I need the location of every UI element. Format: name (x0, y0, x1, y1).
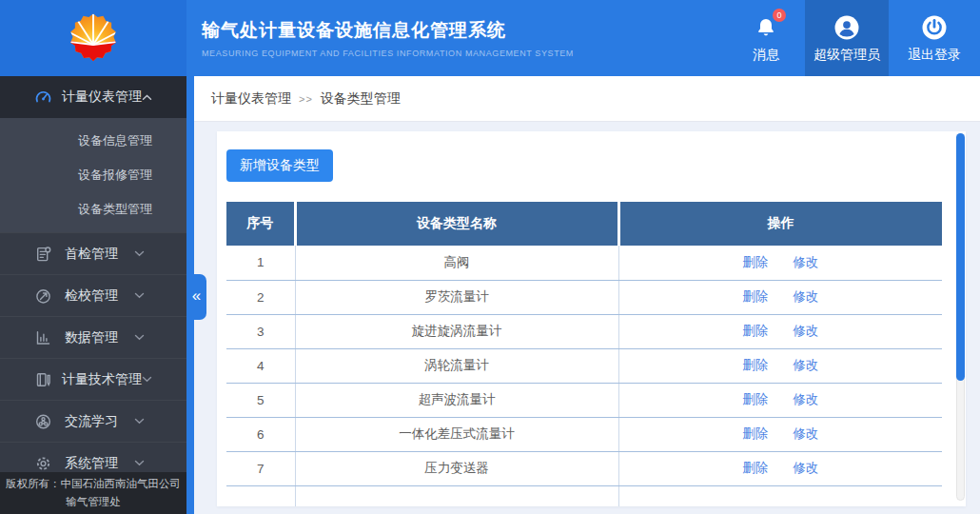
table-row: 7压力变送器删除修改 (226, 451, 942, 485)
sidebar-collapse-button[interactable]: « (186, 274, 206, 320)
row-actions: 删除修改 (618, 246, 942, 280)
row-index: 7 (226, 451, 295, 485)
edit-link[interactable]: 修改 (793, 358, 818, 372)
edit-link[interactable]: 修改 (793, 255, 818, 269)
edit-link[interactable]: 修改 (793, 324, 818, 338)
device-type-name: 压力变送器 (295, 451, 618, 485)
row-index: 4 (226, 348, 295, 383)
chevron-down-icon (134, 460, 145, 466)
empty-cell (618, 485, 942, 506)
system-gear-icon (34, 455, 55, 472)
vertical-scrollbar[interactable] (956, 133, 965, 501)
chevron-up-icon (142, 94, 152, 101)
copyright-line1: 版权所有：中国石油西南油气田公司 (6, 477, 181, 491)
edit-link[interactable]: 修改 (793, 426, 818, 441)
sidebar-item[interactable]: 计量仪表管理 (0, 76, 186, 118)
breadcrumb: 计量仪表管理 >> 设备类型管理 (194, 76, 980, 122)
app-subtitle: MEASURING EQUIPMENT AND FACILITIES INFOR… (202, 49, 574, 58)
sidebar-item-label: 数据管理 (65, 329, 118, 346)
sidebar-item[interactable]: 数据管理 (0, 316, 186, 358)
sidebar-item-label: 交流学习 (65, 413, 118, 430)
row-index: 6 (226, 417, 295, 451)
scrollbar-thumb[interactable] (956, 133, 965, 381)
logout-button[interactable]: 退出登录 (889, 0, 980, 76)
device-type-name: 罗茨流量计 (295, 280, 618, 314)
sidebar-item[interactable]: 计量技术管理 (0, 358, 186, 400)
calibration-icon (34, 287, 55, 305)
double-chevron-left-icon: « (192, 287, 201, 306)
device-type-table-body: 1高阀删除修改2罗茨流量计删除修改3旋进旋涡流量计删除修改4涡轮流量计删除修改5… (226, 246, 942, 506)
exchange-icon (34, 413, 55, 430)
notification-badge: 0 (773, 9, 786, 22)
empty-cell (226, 485, 295, 506)
row-actions: 删除修改 (618, 348, 942, 383)
col-header-index: 序号 (226, 202, 295, 246)
table-row: 6一体化差压式流量计删除修改 (226, 417, 942, 451)
sidebar-item-label: 计量仪表管理 (62, 89, 142, 106)
table-header-row: 序号 设备类型名称 操作 (226, 202, 942, 246)
sidebar-item-label: 系统管理 (65, 455, 118, 472)
app-header: 输气处计量设备设施信息化管理系统 MEASURING EQUIPMENT AND… (0, 0, 980, 76)
sidebar-item[interactable]: 首检管理 (0, 232, 186, 274)
content-card: 新增设备类型 序号 设备类型名称 操作 1高阀删除修改2罗茨流量计删除修改3旋进… (217, 131, 966, 506)
device-type-table: 序号 设备类型名称 操作 1高阀删除修改2罗茨流量计删除修改3旋进旋涡流量计删除… (226, 202, 942, 506)
user-icon (833, 12, 861, 43)
delete-link[interactable]: 删除 (742, 255, 768, 269)
messages-button[interactable]: 0 消息 (727, 0, 805, 76)
app-title: 输气处计量设备设施信息化管理系统 (202, 18, 574, 43)
edit-link[interactable]: 修改 (793, 289, 818, 304)
add-device-type-button[interactable]: 新增设备类型 (226, 149, 333, 182)
empty-cell (295, 485, 618, 506)
table-row: 5超声波流量计删除修改 (226, 383, 942, 417)
row-actions: 删除修改 (618, 383, 942, 417)
user-menu-button[interactable]: 超级管理员 (805, 0, 889, 76)
sidebar-footer: 版权所有：中国石油西南油气田公司 输气管理处 (0, 472, 186, 514)
logo-block (0, 0, 186, 76)
breadcrumb-separator: >> (299, 93, 313, 105)
power-icon (920, 12, 949, 43)
sidebar: 计量仪表管理设备信息管理设备报修管理设备类型管理首检管理检校管理数据管理计量技术… (0, 76, 186, 514)
table-row: 3旋进旋涡流量计删除修改 (226, 314, 942, 348)
gauge-icon (34, 89, 52, 106)
row-index: 3 (226, 314, 295, 348)
delete-link[interactable]: 删除 (742, 324, 768, 338)
sidebar-item-label: 首检管理 (65, 246, 118, 263)
row-index: 1 (226, 246, 295, 280)
sidebar-subitem[interactable]: 设备信息管理 (0, 124, 186, 158)
header-actions: 0 消息 超级管理员 退出登录 (727, 0, 980, 76)
row-index: 5 (226, 383, 295, 417)
table-row: 2罗茨流量计删除修改 (226, 280, 942, 314)
sidebar-subitem[interactable]: 设备类型管理 (0, 192, 186, 227)
chevron-down-icon (134, 292, 145, 299)
row-actions: 删除修改 (618, 417, 942, 451)
delete-link[interactable]: 删除 (742, 426, 768, 441)
chevron-down-icon (134, 250, 145, 257)
edit-link[interactable]: 修改 (793, 461, 818, 475)
delete-link[interactable]: 删除 (742, 392, 768, 406)
delete-link[interactable]: 删除 (742, 289, 768, 304)
metering-tech-icon (34, 371, 52, 388)
sidebar-item[interactable]: 检校管理 (0, 274, 186, 316)
sidebar-item[interactable]: 交流学习 (0, 400, 186, 442)
chevron-down-icon (134, 418, 145, 425)
petrochina-logo-icon (66, 10, 121, 66)
sidebar-subitem[interactable]: 设备报修管理 (0, 158, 186, 192)
delete-link[interactable]: 删除 (742, 461, 768, 475)
row-actions: 删除修改 (618, 451, 942, 485)
breadcrumb-current: 设备类型管理 (321, 90, 401, 108)
data-chart-icon (34, 329, 55, 346)
edit-link[interactable]: 修改 (793, 392, 818, 406)
first-inspection-icon (34, 246, 55, 263)
device-type-name: 旋进旋涡流量计 (295, 314, 618, 348)
table-row: 4涡轮流量计删除修改 (226, 348, 942, 383)
col-header-actions: 操作 (618, 202, 942, 246)
device-type-name: 高阀 (295, 246, 618, 280)
table-row: 1高阀删除修改 (226, 246, 942, 280)
breadcrumb-parent[interactable]: 计量仪表管理 (211, 90, 291, 108)
delete-link[interactable]: 删除 (742, 358, 768, 372)
device-type-name: 一体化差压式流量计 (295, 417, 618, 451)
copyright-line2: 输气管理处 (66, 495, 121, 509)
device-type-name: 涡轮流量计 (295, 348, 618, 383)
row-index: 2 (226, 280, 295, 314)
chevron-down-icon (142, 376, 152, 383)
